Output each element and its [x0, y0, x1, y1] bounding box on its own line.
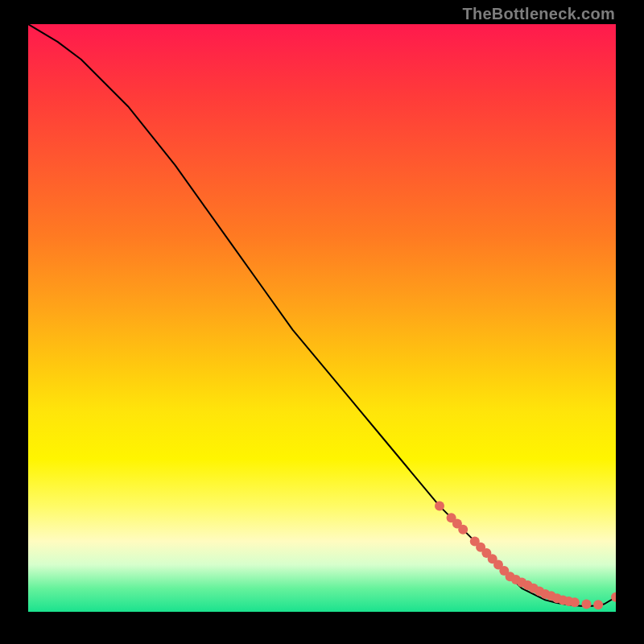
data-point — [458, 525, 468, 535]
data-point — [435, 502, 444, 511]
chart-frame: TheBottleneck.com — [0, 0, 644, 644]
bottleneck-curve — [28, 24, 616, 606]
plot-area — [28, 24, 616, 612]
data-point — [582, 600, 592, 609]
data-point — [570, 597, 580, 607]
attribution-label: TheBottleneck.com — [462, 5, 615, 23]
curve-layer — [28, 24, 616, 612]
data-point — [593, 600, 603, 609]
highlighted-points — [435, 502, 616, 610]
